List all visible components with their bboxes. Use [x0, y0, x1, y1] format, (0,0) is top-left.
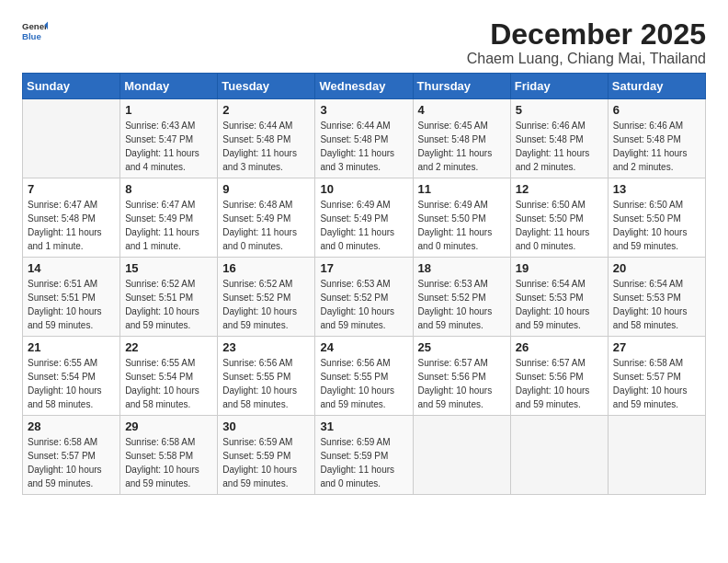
- calendar-cell: 8Sunrise: 6:47 AM Sunset: 5:49 PM Daylig…: [120, 178, 218, 258]
- calendar-cell: 28Sunrise: 6:58 AM Sunset: 5:57 PM Dayli…: [23, 416, 120, 495]
- day-number: 18: [418, 261, 506, 275]
- calendar-cell: 3Sunrise: 6:44 AM Sunset: 5:48 PM Daylig…: [315, 99, 413, 178]
- day-info: Sunrise: 6:50 AM Sunset: 5:50 PM Dayligh…: [516, 198, 603, 253]
- title-block: December 2025 Chaem Luang, Chiang Mai, T…: [467, 18, 706, 67]
- day-number: 16: [222, 261, 310, 275]
- day-number: 6: [613, 103, 700, 117]
- calendar-cell: 9Sunrise: 6:48 AM Sunset: 5:49 PM Daylig…: [218, 178, 315, 258]
- calendar-week-row: 21Sunrise: 6:55 AM Sunset: 5:54 PM Dayli…: [23, 337, 706, 416]
- day-info: Sunrise: 6:57 AM Sunset: 5:56 PM Dayligh…: [418, 356, 506, 411]
- calendar-cell: 17Sunrise: 6:53 AM Sunset: 5:52 PM Dayli…: [315, 258, 413, 337]
- calendar-week-row: 14Sunrise: 6:51 AM Sunset: 5:51 PM Dayli…: [23, 258, 706, 337]
- weekday-header: Tuesday: [218, 74, 315, 99]
- logo: General Blue: [22, 18, 48, 44]
- day-number: 15: [125, 261, 212, 275]
- day-info: Sunrise: 6:45 AM Sunset: 5:48 PM Dayligh…: [418, 119, 506, 174]
- main-title: December 2025: [467, 18, 706, 51]
- day-info: Sunrise: 6:57 AM Sunset: 5:56 PM Dayligh…: [516, 356, 603, 411]
- calendar-cell: 16Sunrise: 6:52 AM Sunset: 5:52 PM Dayli…: [218, 258, 315, 337]
- calendar-cell: 7Sunrise: 6:47 AM Sunset: 5:48 PM Daylig…: [23, 178, 120, 258]
- day-number: 7: [28, 182, 115, 196]
- day-number: 10: [320, 182, 407, 196]
- calendar-cell: 2Sunrise: 6:44 AM Sunset: 5:48 PM Daylig…: [218, 99, 315, 178]
- day-number: 4: [418, 103, 506, 117]
- calendar-cell: [608, 416, 705, 495]
- calendar-cell: 11Sunrise: 6:49 AM Sunset: 5:50 PM Dayli…: [413, 178, 510, 258]
- weekday-header: Monday: [120, 74, 218, 99]
- calendar-cell: 20Sunrise: 6:54 AM Sunset: 5:53 PM Dayli…: [608, 258, 705, 337]
- day-info: Sunrise: 6:46 AM Sunset: 5:48 PM Dayligh…: [613, 119, 700, 174]
- calendar-cell: 29Sunrise: 6:58 AM Sunset: 5:58 PM Dayli…: [120, 416, 218, 495]
- day-number: 14: [28, 261, 115, 275]
- day-info: Sunrise: 6:47 AM Sunset: 5:49 PM Dayligh…: [125, 198, 212, 253]
- calendar-cell: [23, 99, 120, 178]
- day-info: Sunrise: 6:58 AM Sunset: 5:58 PM Dayligh…: [125, 435, 212, 490]
- calendar-cell: 19Sunrise: 6:54 AM Sunset: 5:53 PM Dayli…: [510, 258, 608, 337]
- day-info: Sunrise: 6:53 AM Sunset: 5:52 PM Dayligh…: [320, 277, 407, 332]
- calendar-cell: 25Sunrise: 6:57 AM Sunset: 5:56 PM Dayli…: [413, 337, 510, 416]
- day-info: Sunrise: 6:49 AM Sunset: 5:49 PM Dayligh…: [320, 198, 407, 253]
- day-number: 5: [516, 103, 603, 117]
- calendar-cell: 15Sunrise: 6:52 AM Sunset: 5:51 PM Dayli…: [120, 258, 218, 337]
- weekday-header: Wednesday: [315, 74, 413, 99]
- day-info: Sunrise: 6:52 AM Sunset: 5:51 PM Dayligh…: [125, 277, 212, 332]
- calendar-week-row: 1Sunrise: 6:43 AM Sunset: 5:47 PM Daylig…: [23, 99, 706, 178]
- day-number: 2: [222, 103, 310, 117]
- day-info: Sunrise: 6:43 AM Sunset: 5:47 PM Dayligh…: [125, 119, 212, 174]
- calendar-week-row: 7Sunrise: 6:47 AM Sunset: 5:48 PM Daylig…: [23, 178, 706, 258]
- weekday-header: Saturday: [608, 74, 705, 99]
- day-info: Sunrise: 6:59 AM Sunset: 5:59 PM Dayligh…: [222, 435, 310, 490]
- day-info: Sunrise: 6:56 AM Sunset: 5:55 PM Dayligh…: [222, 356, 310, 411]
- day-number: 19: [516, 261, 603, 275]
- day-info: Sunrise: 6:46 AM Sunset: 5:48 PM Dayligh…: [516, 119, 603, 174]
- day-number: 26: [516, 340, 603, 354]
- day-info: Sunrise: 6:59 AM Sunset: 5:59 PM Dayligh…: [320, 435, 407, 490]
- day-number: 22: [125, 340, 212, 354]
- day-number: 28: [28, 419, 115, 433]
- calendar-cell: 22Sunrise: 6:55 AM Sunset: 5:54 PM Dayli…: [120, 337, 218, 416]
- day-info: Sunrise: 6:55 AM Sunset: 5:54 PM Dayligh…: [125, 356, 212, 411]
- day-number: 11: [418, 182, 506, 196]
- calendar-cell: [413, 416, 510, 495]
- day-info: Sunrise: 6:44 AM Sunset: 5:48 PM Dayligh…: [222, 119, 310, 174]
- day-number: 3: [320, 103, 407, 117]
- day-number: 13: [613, 182, 700, 196]
- calendar-cell: 24Sunrise: 6:56 AM Sunset: 5:55 PM Dayli…: [315, 337, 413, 416]
- calendar-cell: 4Sunrise: 6:45 AM Sunset: 5:48 PM Daylig…: [413, 99, 510, 178]
- weekday-header: Friday: [510, 74, 608, 99]
- calendar-cell: 21Sunrise: 6:55 AM Sunset: 5:54 PM Dayli…: [23, 337, 120, 416]
- day-info: Sunrise: 6:53 AM Sunset: 5:52 PM Dayligh…: [418, 277, 506, 332]
- day-number: 9: [222, 182, 310, 196]
- calendar-table: SundayMondayTuesdayWednesdayThursdayFrid…: [22, 73, 706, 495]
- svg-text:Blue: Blue: [22, 31, 41, 41]
- day-info: Sunrise: 6:47 AM Sunset: 5:48 PM Dayligh…: [28, 198, 115, 253]
- logo-icon: General Blue: [22, 18, 48, 44]
- day-number: 8: [125, 182, 212, 196]
- calendar-cell: 12Sunrise: 6:50 AM Sunset: 5:50 PM Dayli…: [510, 178, 608, 258]
- calendar-cell: 23Sunrise: 6:56 AM Sunset: 5:55 PM Dayli…: [218, 337, 315, 416]
- calendar-cell: 27Sunrise: 6:58 AM Sunset: 5:57 PM Dayli…: [608, 337, 705, 416]
- weekday-header: Sunday: [23, 74, 120, 99]
- day-number: 17: [320, 261, 407, 275]
- day-info: Sunrise: 6:54 AM Sunset: 5:53 PM Dayligh…: [613, 277, 700, 332]
- day-info: Sunrise: 6:58 AM Sunset: 5:57 PM Dayligh…: [28, 435, 115, 490]
- day-number: 20: [613, 261, 700, 275]
- day-info: Sunrise: 6:44 AM Sunset: 5:48 PM Dayligh…: [320, 119, 407, 174]
- calendar-cell: 18Sunrise: 6:53 AM Sunset: 5:52 PM Dayli…: [413, 258, 510, 337]
- day-number: 31: [320, 419, 407, 433]
- day-number: 24: [320, 340, 407, 354]
- day-info: Sunrise: 6:52 AM Sunset: 5:52 PM Dayligh…: [222, 277, 310, 332]
- day-number: 29: [125, 419, 212, 433]
- day-number: 1: [125, 103, 212, 117]
- svg-text:General: General: [22, 21, 48, 31]
- calendar-cell: 30Sunrise: 6:59 AM Sunset: 5:59 PM Dayli…: [218, 416, 315, 495]
- calendar-cell: 13Sunrise: 6:50 AM Sunset: 5:50 PM Dayli…: [608, 178, 705, 258]
- page-header: General Blue December 2025 Chaem Luang, …: [22, 18, 706, 67]
- day-number: 23: [222, 340, 310, 354]
- calendar-cell: 26Sunrise: 6:57 AM Sunset: 5:56 PM Dayli…: [510, 337, 608, 416]
- calendar-cell: 31Sunrise: 6:59 AM Sunset: 5:59 PM Dayli…: [315, 416, 413, 495]
- day-info: Sunrise: 6:56 AM Sunset: 5:55 PM Dayligh…: [320, 356, 407, 411]
- weekday-header-row: SundayMondayTuesdayWednesdayThursdayFrid…: [23, 74, 706, 99]
- day-number: 25: [418, 340, 506, 354]
- day-number: 12: [516, 182, 603, 196]
